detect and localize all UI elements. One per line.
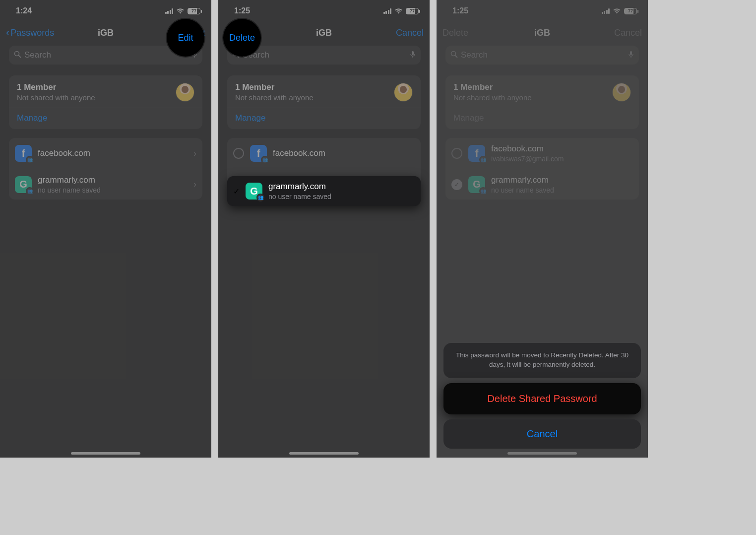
edit-button-highlight[interactable]: Edit — [178, 33, 193, 43]
status-bar: 1:25 77 — [218, 0, 430, 22]
nav-bar: Delete iGB Cancel — [437, 22, 648, 44]
facebook-icon: f👥 — [250, 145, 267, 162]
search-icon — [14, 51, 21, 60]
cancel-button[interactable]: Cancel — [396, 28, 424, 38]
battery-icon: 77 — [406, 8, 419, 14]
home-indicator[interactable] — [507, 452, 577, 455]
site-label: grammarly.com — [38, 175, 188, 185]
chevron-right-icon: › — [193, 148, 196, 159]
select-circle[interactable] — [233, 148, 244, 159]
site-label: facebook.com — [273, 148, 415, 158]
list-item[interactable]: G👥 grammarly.com no user name saved › — [9, 169, 202, 200]
member-title: 1 Member — [453, 82, 532, 92]
search-placeholder: Search — [461, 50, 625, 60]
status-bar: 1:25 77 — [437, 0, 648, 22]
status-time: 1:24 — [16, 6, 32, 15]
home-indicator[interactable] — [289, 452, 359, 455]
list-item: ✓ G👥 grammarly.com no user name saved — [445, 169, 639, 200]
site-label: facebook.com — [38, 148, 188, 158]
site-sub: ivabiswas7@gmail.com — [491, 155, 633, 163]
shared-badge-icon: 👥 — [26, 187, 34, 195]
battery-icon: 77 — [624, 8, 637, 14]
member-title: 1 Member — [235, 82, 314, 92]
screen-1: 1:24 77 ‹ Passwords iGB + Edit — [0, 0, 211, 458]
cellular-icon — [602, 8, 610, 14]
highlight-delete: Delete — [223, 19, 261, 57]
member-card: 1 Member Not shared with anyone Manage — [9, 75, 202, 129]
member-sub: Not shared with anyone — [17, 93, 95, 102]
highlight-edit: Edit — [167, 19, 204, 57]
site-label: facebook.com — [491, 144, 633, 154]
member-sub: Not shared with anyone — [235, 93, 314, 102]
home-indicator[interactable] — [71, 452, 140, 455]
nav-title: iGB — [502, 28, 582, 38]
cancel-button: Cancel — [614, 28, 642, 38]
battery-icon: 77 — [188, 8, 200, 14]
shared-badge-icon: 👥 — [261, 156, 269, 164]
back-chevron-icon[interactable]: ‹ — [6, 26, 9, 39]
nav-title: iGB — [65, 28, 146, 38]
wifi-icon — [394, 7, 403, 15]
shared-badge-icon: 👥 — [256, 194, 264, 201]
nav-title: iGB — [284, 28, 364, 38]
back-button[interactable]: Passwords — [10, 28, 54, 38]
site-label: grammarly.com — [268, 182, 415, 192]
manage-button[interactable]: Manage — [17, 113, 194, 123]
shared-badge-icon: 👥 — [479, 156, 487, 164]
delete-button: Delete — [442, 28, 468, 38]
svg-rect-10 — [630, 51, 632, 55]
member-card: 1 Member Not shared with anyone Manage — [227, 75, 421, 129]
svg-line-9 — [455, 55, 457, 57]
search-placeholder: Search — [243, 50, 407, 60]
grammarly-icon: G👥 — [468, 176, 485, 193]
site-sub: no user name saved — [38, 186, 188, 194]
list-item: f👥 facebook.com ivabiswas7@gmail.com — [445, 138, 639, 169]
cellular-icon — [165, 8, 174, 14]
password-list: f👥 facebook.com ivabiswas7@gmail.com ✓ G… — [445, 138, 639, 200]
select-circle-checked: ✓ — [451, 179, 462, 190]
manage-button: Manage — [453, 113, 631, 123]
delete-button-highlight[interactable]: Delete — [229, 33, 255, 43]
sheet-message: This password will be moved to Recently … — [443, 343, 641, 378]
password-list: f👥 facebook.com › G👥 grammarly.com no us… — [9, 138, 202, 200]
sheet-cancel-button[interactable]: Cancel — [443, 419, 641, 449]
search-input: Search — [445, 46, 639, 65]
avatar — [612, 83, 631, 102]
delete-shared-password-button[interactable]: Delete Shared Password — [443, 383, 641, 414]
svg-rect-6 — [412, 51, 414, 55]
mic-icon[interactable] — [410, 51, 416, 60]
member-sub: Not shared with anyone — [453, 93, 532, 102]
select-circle — [451, 148, 462, 159]
svg-line-1 — [19, 55, 21, 57]
facebook-icon: f👥 — [468, 145, 485, 162]
avatar[interactable] — [176, 83, 194, 102]
grammarly-icon: G👥 — [246, 183, 262, 200]
shared-badge-icon: 👥 — [26, 156, 34, 164]
screen-3: 1:25 77 Delete iGB Cancel Search — [437, 0, 648, 458]
site-sub: no user name saved — [491, 186, 633, 194]
member-title: 1 Member — [17, 82, 95, 92]
cellular-icon — [383, 8, 392, 14]
select-circle-checked[interactable]: ✓ — [233, 187, 240, 196]
wifi-icon — [613, 7, 621, 15]
status-time: 1:25 — [234, 6, 250, 15]
facebook-icon: f👥 — [15, 145, 32, 162]
avatar[interactable] — [394, 83, 413, 102]
list-item[interactable]: f👥 facebook.com › — [9, 138, 202, 169]
action-sheet: This password will be moved to Recently … — [443, 343, 641, 449]
search-icon — [450, 51, 458, 60]
site-label: grammarly.com — [491, 175, 633, 185]
chevron-right-icon: › — [193, 179, 196, 190]
status-bar: 1:24 77 — [0, 0, 211, 22]
wifi-icon — [176, 7, 185, 15]
site-sub: no user name saved — [268, 193, 415, 201]
status-time: 1:25 — [452, 6, 468, 15]
search-placeholder: Search — [24, 50, 189, 60]
shared-badge-icon: 👥 — [479, 187, 487, 195]
screen-2: 1:25 77 Delete iGB Cancel Search — [218, 0, 430, 458]
list-item[interactable]: f👥 facebook.com — [227, 138, 421, 169]
member-card: 1 Member Not shared with anyone Manage — [445, 75, 639, 129]
highlight-selected-row[interactable]: ✓ G👥 grammarly.com no user name saved — [227, 176, 421, 206]
mic-icon — [628, 51, 634, 60]
manage-button[interactable]: Manage — [235, 113, 413, 123]
